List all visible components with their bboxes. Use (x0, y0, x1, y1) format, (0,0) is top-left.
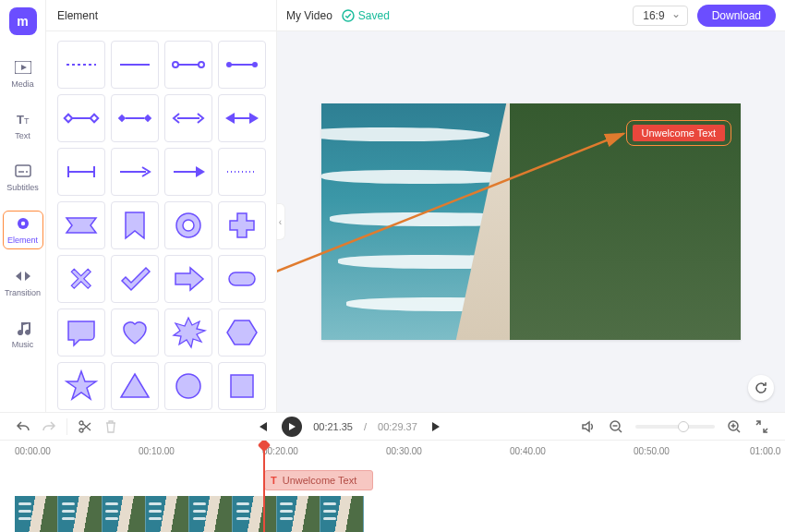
svg-marker-28 (249, 113, 259, 124)
trash-icon (104, 419, 117, 434)
overlay-text-badge[interactable]: Unwelcome Text (626, 120, 732, 146)
time-total: 00:29.37 (378, 421, 417, 432)
elements-panel: Element (46, 0, 277, 412)
svg-marker-37 (126, 212, 144, 238)
svg-marker-45 (66, 371, 96, 399)
collapse-icon (755, 419, 769, 434)
project-title: My Video (286, 9, 332, 22)
shape-ribbon[interactable] (57, 201, 105, 249)
shape-bookmark[interactable] (111, 201, 159, 249)
shape-line-solid[interactable] (111, 41, 159, 89)
split-button[interactable] (77, 418, 93, 435)
saved-label: Saved (358, 9, 390, 22)
shape-square[interactable] (218, 362, 266, 410)
svg-point-18 (252, 62, 258, 67)
zoom-in-icon (727, 419, 742, 434)
subtitles-icon (15, 163, 31, 179)
next-frame-button[interactable] (429, 418, 445, 435)
shape-pill[interactable] (218, 255, 266, 303)
skip-back-icon (256, 420, 269, 433)
rail-item-text[interactable]: TT Text (3, 107, 43, 144)
rail-label: Text (15, 131, 30, 140)
svg-rect-21 (90, 115, 97, 122)
shape-arrow-double[interactable] (164, 94, 212, 142)
transport-bar: 00:21.35 / 00:29.37 (0, 412, 785, 440)
shape-line-dashed[interactable] (57, 41, 105, 89)
shape-line-endpoints-hollow[interactable] (164, 41, 212, 89)
shape-line-tbar[interactable] (57, 148, 105, 196)
shape-starburst[interactable] (164, 308, 212, 357)
shape-check[interactable] (111, 255, 159, 303)
timeline[interactable]: 00:00.0000:10.0000:20.0000:30.0000:40.00… (0, 440, 785, 532)
shape-hexagon[interactable] (218, 308, 266, 357)
shape-arrow-right[interactable] (164, 148, 212, 196)
svg-point-52 (79, 429, 83, 432)
time-ruler[interactable]: 00:00.0000:10.0000:20.0000:30.0000:40.00… (15, 446, 770, 463)
volume-button[interactable] (580, 418, 597, 435)
shape-heart[interactable] (111, 308, 159, 357)
aspect-ratio-value: 16:9 (633, 6, 687, 26)
fit-button[interactable] (754, 418, 770, 435)
svg-marker-1 (21, 65, 27, 70)
shape-cross[interactable] (57, 255, 105, 303)
ruler-mark: 00:10.00 (139, 446, 175, 456)
zoom-slider[interactable] (635, 425, 715, 429)
zoom-in-button[interactable] (726, 418, 743, 435)
rail-item-media[interactable]: Media (3, 55, 43, 92)
ruler-mark: 00:50.00 (634, 446, 670, 456)
rail-label: Subtitles (6, 183, 39, 192)
shape-plus[interactable] (218, 201, 266, 249)
shape-line-diamond-solid[interactable] (111, 94, 159, 142)
rail-label: Transition (5, 288, 41, 297)
shape-circle[interactable] (164, 362, 212, 410)
rail-item-music[interactable]: Music (3, 316, 43, 353)
rail-item-transition[interactable]: Transition (3, 264, 43, 301)
svg-line-60 (737, 429, 740, 432)
top-bar: My Video Saved 16:9 Download (277, 0, 785, 31)
rail-item-subtitles[interactable]: Subtitles (3, 159, 43, 196)
shape-speech-bubble[interactable] (57, 308, 105, 357)
text-clip[interactable]: T Unwelcome Text (264, 470, 373, 490)
shape-grid (46, 31, 276, 412)
play-icon (287, 422, 296, 431)
svg-point-39 (183, 220, 194, 231)
element-icon (15, 215, 31, 232)
shape-star[interactable] (57, 362, 105, 410)
video-clip[interactable] (15, 496, 364, 532)
shape-arrow-right-thin[interactable] (111, 148, 159, 196)
preview-area: ‹ Unwelcome Text (277, 31, 785, 412)
ruler-mark: 01:00.0 (750, 446, 780, 456)
svg-rect-42 (229, 272, 255, 285)
volume-icon (581, 419, 596, 434)
recenter-button[interactable] (748, 375, 774, 401)
shape-arrow-double-bold[interactable] (218, 94, 266, 142)
play-button[interactable] (282, 417, 302, 437)
panel-collapse-handle[interactable]: ‹ (277, 203, 285, 240)
zoom-out-button[interactable] (608, 418, 624, 435)
shape-arrow-block-right[interactable] (164, 255, 212, 303)
rail-item-element[interactable]: Element (3, 211, 43, 249)
rail-label: Media (11, 79, 34, 89)
svg-point-47 (176, 374, 200, 398)
svg-rect-24 (143, 115, 151, 122)
shape-line-endpoints-solid[interactable] (218, 41, 266, 89)
svg-rect-23 (117, 115, 125, 122)
svg-marker-34 (196, 166, 205, 177)
redo-button[interactable] (41, 418, 57, 435)
ruler-mark: 00:40.00 (510, 446, 546, 456)
overlay-text-label: Unwelcome Text (633, 125, 726, 141)
shape-ring[interactable] (164, 201, 212, 249)
shape-line-diamond-hollow[interactable] (57, 94, 105, 142)
prev-frame-button[interactable] (254, 418, 271, 435)
svg-marker-43 (174, 318, 205, 347)
delete-button[interactable] (103, 418, 119, 435)
svg-marker-10 (25, 272, 30, 281)
undo-button[interactable] (15, 418, 31, 435)
aspect-ratio-select[interactable]: 16:9 (633, 6, 687, 26)
video-canvas[interactable]: Unwelcome Text (321, 103, 741, 340)
zoom-thumb[interactable] (678, 421, 689, 432)
svg-marker-27 (225, 113, 235, 124)
download-button[interactable]: Download (697, 5, 776, 27)
shape-line-dotted[interactable] (218, 148, 266, 196)
shape-triangle[interactable] (111, 362, 159, 410)
